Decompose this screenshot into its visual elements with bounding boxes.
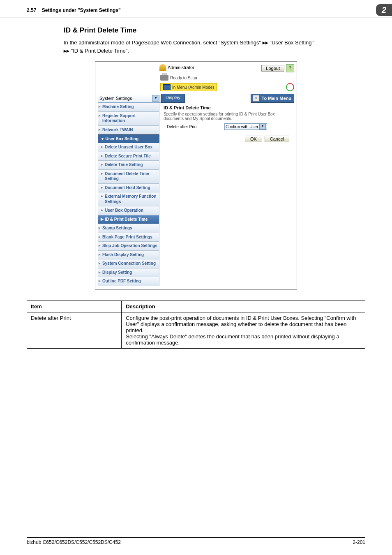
menu-mode-strip: In Menu (Admin Mode) [160,83,294,91]
menu-mode-text: In Menu (Admin Mode) [172,85,214,90]
intro-text-3: "ID & Print Delete Time". [69,48,129,54]
administrator-label: Administrator [159,64,194,71]
arrow-icon: ▸▸ [64,47,69,55]
sidebar-item-display[interactable]: Display Setting [98,268,159,278]
cell-desc: Configure the post-print operation of do… [122,312,365,348]
ready-text: Ready to Scan [170,76,197,80]
table-row: Delete after Print Configure the post-pr… [27,312,365,348]
setting-select[interactable]: Confirm with User ▾ [224,123,267,130]
cell-item: Delete after Print [27,312,122,348]
setting-label: Delete after Print [167,125,224,129]
dropdown-value: System Settings [99,96,132,101]
panel-title: ID & Print Delete Time [164,105,294,110]
header-divider [0,18,392,18]
settings-dropdown[interactable]: System Settings ▾ [98,94,161,103]
table-header-row: Item Description [27,301,365,312]
footer-model: bizhub C652/C652DS/C552/C552DS/C452 [27,539,121,545]
refresh-icon[interactable] [286,83,294,91]
sidebar-item-ext-memory[interactable]: External Memory Function Settings [98,192,159,206]
topbar: Administrator Logout ? [95,62,297,73]
page-content: ID & Print Delete Time In the administra… [0,26,392,349]
sidebar-item-doc-hold[interactable]: Document Hold Setting [98,184,159,193]
intro-text-1: In the administrator mode of PageScope W… [64,39,263,46]
display-button[interactable]: Display [161,94,185,103]
intro-paragraph: In the administrator mode of PageScope W… [64,39,365,55]
footer-page: 2-201 [353,539,365,545]
description-table: Item Description Delete after Print Conf… [27,301,365,349]
page-header: 2.57 Settings under "System Settings" 2 [0,0,392,16]
sidebar-item-stamp[interactable]: Stamp Settings [98,224,159,233]
topbar-right: Logout ? [261,64,294,72]
sidebar-item-doc-delete[interactable]: Document Delete Time Setting [98,170,159,184]
setting-row: Delete after Print Confirm with User ▾ [167,123,294,130]
col-header-desc: Description [122,301,365,312]
sidebar-item-skip[interactable]: Skip Job Operation Settings [98,242,159,251]
section-title: Settings under "System Settings" [42,7,121,13]
sidebar-item-blank[interactable]: Blank Page Print Settings [98,233,159,242]
sidebar-item-sysconn[interactable]: System Connection Setting [98,259,159,268]
sidebar-item-del-unused[interactable]: Delete Unused User Box [98,143,159,152]
sidebar-item-outline[interactable]: Outline PDF Setting [98,277,159,286]
admin-icon [159,64,166,71]
sidebar-item-del-time[interactable]: Delete Time Setting [98,161,159,170]
ready-status: Ready to Scan [160,75,197,81]
sidebar-item-del-secure[interactable]: Delete Secure Print File [98,152,159,161]
sidebar: Machine Setting Register Support Informa… [98,103,159,286]
status-block: Ready to Scan [160,75,294,81]
admin-text: Administrator [168,65,194,70]
nav-row: System Settings ▾ Display ≡ To Main Menu [98,94,294,103]
main-menu-text: To Main Menu [261,96,291,101]
chapter-badge: 2 [376,4,392,16]
intro-text-2: "User Box Setting" [268,39,314,46]
arrow-icon: ▸▸ [263,39,268,47]
button-row: OK Cancel [164,136,294,142]
page-title: ID & Print Delete Time [64,26,365,35]
main-panel: ID & Print Delete Time Specify the opera… [159,103,294,286]
main-menu-button[interactable]: ≡ To Main Menu [251,94,294,103]
help-icon[interactable]: ? [286,64,294,72]
header-left: 2.57 Settings under "System Settings" [27,7,121,13]
cancel-button[interactable]: Cancel [265,136,289,142]
section-number: 2.57 [27,7,36,13]
chevron-down-icon: ▾ [259,124,266,130]
printer-icon [160,75,168,81]
sidebar-item-register[interactable]: Register Support Information [98,112,159,126]
panel-description: Specify the operation settings for print… [164,112,294,121]
page-footer: bizhub C652/C652DS/C552/C552DS/C452 2-20… [27,537,365,545]
logout-button[interactable]: Logout [261,65,284,72]
sidebar-item-machine[interactable]: Machine Setting [98,103,159,112]
screenshot-body: Machine Setting Register Support Informa… [98,103,294,286]
sidebar-header-userbox[interactable]: User Box Setting [98,134,159,143]
sidebar-item-id-print-active[interactable]: ID & Print Delete Time [98,215,159,224]
chevron-down-icon: ▾ [152,95,159,102]
sidebar-item-twain[interactable]: Network TWAIN [98,126,159,135]
select-value: Confirm with User [226,125,258,129]
sidebar-item-flash[interactable]: Flash Display Setting [98,251,159,260]
main-menu-icon: ≡ [253,95,259,102]
menu-mode-badge: In Menu (Admin Mode) [160,83,217,91]
col-header-item: Item [27,301,122,312]
monitor-icon [163,84,171,90]
ok-button[interactable]: OK [245,136,262,142]
embedded-screenshot: Administrator Logout ? Ready to Scan In … [95,61,297,290]
sidebar-item-ub-operation[interactable]: User Box Operation [98,206,159,215]
